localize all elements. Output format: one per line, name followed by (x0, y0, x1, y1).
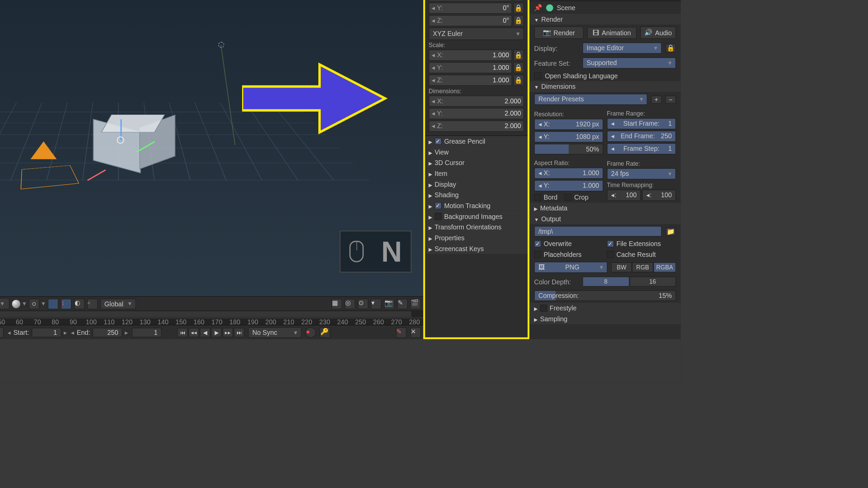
movie-icon[interactable]: 🎬 (410, 298, 421, 309)
keying-set-icon[interactable]: 🔑 (320, 327, 331, 338)
end-frame-field[interactable]: ◂End Frame:250 (607, 130, 676, 142)
rotation-x-field[interactable]: ◂ X:0° (429, 0, 512, 1)
end-frame-field[interactable]: ◂End: 250▸ (71, 328, 129, 337)
dim-y-field[interactable]: ◂ Y:2.000 (429, 108, 524, 119)
scale-y-field[interactable]: ◂ Y:1.000 (429, 62, 512, 73)
render-preview-icon[interactable]: 📷 (384, 298, 395, 309)
n-panel-section-header[interactable]: Display (425, 179, 528, 190)
compression-slider[interactable]: Compression:15% (534, 290, 676, 301)
n-panel-section-header[interactable]: Screencast Keys (425, 243, 528, 254)
animation-button[interactable]: 🎞Animation (587, 27, 637, 39)
keyframe-insert-button[interactable]: ✎ (396, 327, 407, 338)
layers-icon[interactable]: ▦ (332, 298, 342, 309)
pin-icon[interactable]: 📌 (534, 4, 542, 12)
lamp-object[interactable] (218, 42, 224, 48)
cache-checkbox[interactable] (607, 251, 614, 258)
metadata-panel-header[interactable]: Metadata (529, 203, 681, 214)
lock-icon[interactable]: 🔒 (513, 2, 524, 14)
res-percentage-slider[interactable]: 50% (534, 143, 603, 154)
file-ext-checkbox[interactable]: ✓ (607, 240, 614, 247)
res-x-field[interactable]: ◂ X:1920 px (534, 118, 603, 129)
play-button[interactable]: ▶ (211, 328, 222, 337)
start-frame-field[interactable]: ◂Start Frame:1 (607, 118, 676, 129)
n-panel-section-header[interactable]: Properties (425, 232, 528, 243)
rotation-mode-dropdown[interactable]: XYZ Euler▾ (429, 27, 524, 40)
freestyle-checkbox[interactable] (540, 305, 547, 312)
3d-viewport[interactable]: User Persp (0, 0, 423, 296)
dimensions-panel-header[interactable]: Dimensions (529, 81, 681, 92)
dim-x-field[interactable]: ◂ X:2.000 (429, 96, 524, 107)
keyframe-prev-button[interactable]: ◂◂ (189, 328, 199, 337)
placeholders-checkbox[interactable] (534, 251, 541, 258)
lock-icon[interactable]: 🔒 (513, 49, 524, 61)
n-panel-section-header[interactable]: Transform Orientations (425, 222, 528, 232)
gpencil-icon[interactable]: ✎ (397, 298, 408, 309)
jump-start-button[interactable]: ⏮ (177, 328, 188, 337)
scale-z-field[interactable]: ◂ Z:1.000 (429, 75, 512, 86)
manipulator-translate-icon[interactable]: ↕ (61, 298, 72, 309)
audio-button[interactable]: 🔊Audio (640, 26, 676, 39)
play-reverse-button[interactable]: ◀ (200, 328, 211, 337)
remap-old-field[interactable]: ◂:100 (607, 189, 641, 201)
feature-set-dropdown[interactable]: Supported▾ (583, 57, 676, 68)
n-panel-section-header[interactable]: View (425, 147, 528, 158)
freestyle-panel-header[interactable]: Freestyle (529, 303, 681, 313)
manipulator-scale-icon[interactable]: ▫ (87, 298, 98, 309)
shading-mode-icon[interactable] (12, 300, 20, 308)
manipulator-toggle[interactable] (48, 298, 59, 309)
keyframe-next-button[interactable]: ▸▸ (222, 328, 233, 337)
snap-icon[interactable]: ⊙ (358, 298, 369, 309)
manipulator-rotate-icon[interactable]: ◐ (74, 298, 85, 309)
lock-icon[interactable]: 🔒 (665, 44, 676, 53)
crop-checkbox[interactable] (565, 194, 572, 201)
scale-x-field[interactable]: ◂ X:1.000 (429, 49, 512, 61)
render-presets-dropdown[interactable]: Render Presets▾ (534, 94, 647, 105)
jump-end-button[interactable]: ⏭ (234, 328, 245, 337)
preset-add-button[interactable]: + (651, 95, 662, 104)
lock-icon[interactable]: 🔒 (513, 15, 524, 26)
n-panel-section-header[interactable]: ✓Motion Tracking (425, 200, 528, 211)
output-panel-header[interactable]: Output (529, 214, 681, 224)
n-panel-section-header[interactable]: Shading (425, 189, 528, 200)
sync-dropdown[interactable]: No Sync▾ (248, 327, 302, 338)
current-frame-field[interactable]: 1 (132, 328, 162, 337)
lock-camera-icon[interactable]: ◎ (344, 298, 355, 309)
record-button[interactable]: ● (305, 327, 316, 338)
keyframe-delete-button[interactable]: ✕ (410, 327, 421, 338)
pivot-icon[interactable] (29, 298, 40, 309)
color-mode-buttons[interactable]: BW RGB RGBA (611, 262, 676, 272)
fps-dropdown[interactable]: 24 fps▾ (607, 168, 676, 179)
lock-icon[interactable]: 🔒 (513, 0, 524, 1)
sampling-panel-header[interactable]: Sampling (529, 313, 681, 324)
n-panel-section-header[interactable]: Background Images (425, 211, 528, 222)
aspect-x-field[interactable]: ◂ X:1.000 (534, 167, 603, 179)
orientation-dropdown[interactable]: Global▾ (100, 298, 136, 309)
overwrite-checkbox[interactable]: ✓ (534, 240, 541, 247)
render-panel-header[interactable]: Render (529, 14, 681, 25)
folder-icon[interactable]: 📁 (665, 227, 676, 236)
border-checkbox[interactable] (534, 194, 541, 201)
rotation-z-field[interactable]: ◂ Z:0° (429, 15, 512, 26)
preset-remove-button[interactable]: − (665, 95, 676, 104)
cube-object[interactable] (99, 119, 159, 179)
snap-type-icon[interactable]: ▾ (371, 298, 382, 309)
lock-icon[interactable]: 🔒 (513, 75, 524, 86)
rotation-y-field[interactable]: ◂ Y:0° (429, 2, 512, 14)
output-path-field[interactable]: /tmp\ (534, 226, 662, 237)
res-y-field[interactable]: ◂ Y:1080 px (534, 131, 603, 142)
display-dropdown[interactable]: Image Editor▾ (583, 42, 662, 54)
dim-z-field[interactable]: ◂ Z:2.000 (429, 121, 524, 132)
timeline-track[interactable]: -50-40-30-20-100102030405060708090100110… (0, 311, 423, 325)
frame-step-field[interactable]: ◂Frame Step:1 (607, 143, 676, 154)
render-button[interactable]: 📷Render (534, 26, 584, 39)
n-panel-section-header[interactable]: 3D Cursor (425, 157, 528, 168)
lock-icon[interactable]: 🔒 (513, 62, 524, 73)
n-panel-section-header[interactable]: Item (425, 168, 528, 179)
color-depth-buttons[interactable]: 8 16 (583, 277, 676, 287)
remap-new-field[interactable]: ◂:100 (642, 189, 676, 201)
aspect-y-field[interactable]: ◂ Y:1.000 (534, 180, 603, 191)
n-panel-section-header[interactable]: ✓Grease Pencil (425, 136, 528, 147)
format-dropdown[interactable]: 🖼PNG▾ (534, 262, 607, 273)
lock-icon[interactable]: 🔒 (0, 327, 4, 338)
osl-checkbox[interactable] (534, 72, 541, 79)
